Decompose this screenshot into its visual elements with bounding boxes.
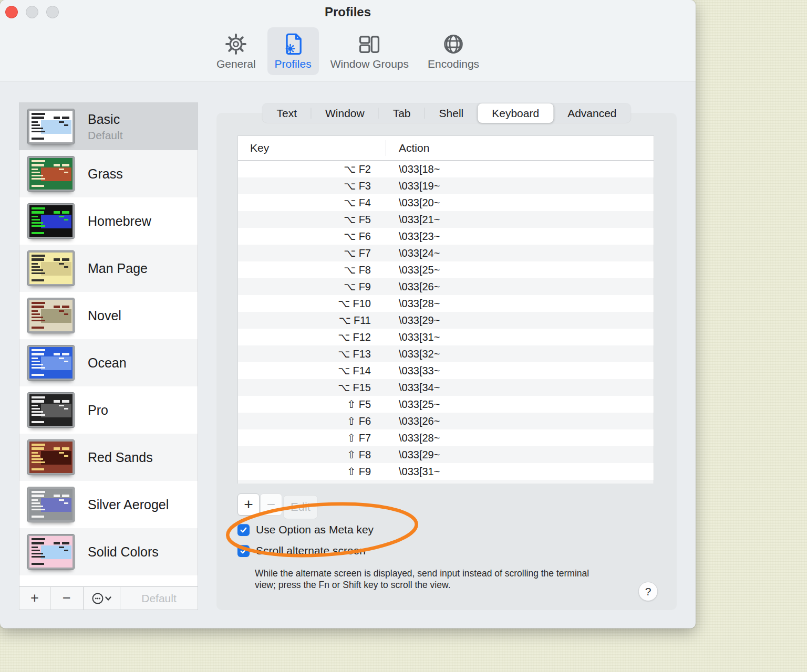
- table-row[interactable]: ⌥ F3\033[19~: [238, 177, 654, 194]
- table-row[interactable]: ⇧ F7\033[28~: [238, 429, 654, 446]
- table-row[interactable]: ⌥ F9\033[26~: [238, 278, 654, 295]
- remove-profile-button[interactable]: −: [50, 587, 84, 610]
- action-cell: \033[28~: [399, 298, 440, 310]
- table-row[interactable]: ⌥ F15\033[34~: [238, 379, 654, 396]
- tab-keyboard[interactable]: Keyboard: [478, 103, 553, 123]
- toolbar-item-general[interactable]: General: [209, 27, 263, 75]
- profile-row-novel[interactable]: Novel: [19, 292, 198, 339]
- profile-name: Pro: [88, 403, 108, 418]
- action-cell: \033[19~: [399, 180, 440, 192]
- add-profile-button[interactable]: +: [19, 587, 50, 610]
- toolbar-item-encodings[interactable]: Encodings: [420, 27, 487, 75]
- action-cell: \033[18~: [399, 163, 440, 175]
- use-option-as-meta-checkbox[interactable]: [237, 524, 250, 536]
- profile-name: Solid Colors: [88, 544, 159, 560]
- table-row[interactable]: ⌥ F2\033[18~: [238, 161, 654, 177]
- action-cell: \033[29~: [399, 449, 440, 461]
- table-row[interactable]: ⇧ F6\033[26~: [238, 413, 654, 429]
- globe-icon: [441, 32, 466, 57]
- action-cell: \033[31~: [399, 331, 440, 343]
- profile-row-man-page[interactable]: Man Page: [19, 245, 198, 292]
- gear-icon: [223, 32, 249, 57]
- profile-tabbar: Text Window Tab Shell Keyboard Advanced: [262, 103, 630, 123]
- table-body: ⌥ F2\033[18~ ⌥ F3\033[19~ ⌥ F4\033[20~ ⌥…: [238, 161, 654, 484]
- profile-thumbnail: [28, 440, 74, 475]
- profile-name: Man Page: [88, 261, 148, 276]
- column-divider[interactable]: [386, 140, 386, 156]
- action-column-header[interactable]: Action: [399, 142, 429, 154]
- profile-name: Ocean: [88, 355, 127, 371]
- table-row[interactable]: ⇧ F5\033[25~: [238, 396, 654, 413]
- profile-row-pro[interactable]: Pro: [19, 386, 198, 434]
- toolbar-item-window-groups[interactable]: Window Groups: [323, 27, 416, 75]
- table-row[interactable]: ⌥ F10\033[28~: [238, 295, 654, 312]
- scroll-alternate-screen-checkbox[interactable]: [237, 545, 250, 557]
- key-column-header[interactable]: Key: [238, 142, 269, 154]
- table-row[interactable]: ⌥ F12\033[31~: [238, 329, 654, 345]
- profile-name: Basic: [88, 112, 123, 127]
- profile-row-red-sands[interactable]: Red Sands: [19, 434, 198, 481]
- key-cell: ⌥ F6: [238, 230, 371, 243]
- action-cell: \033[23~: [399, 230, 440, 243]
- scroll-alternate-checkbox-row: Scroll alternate screen: [237, 544, 366, 557]
- key-cell: ⌥ F8: [238, 264, 371, 276]
- key-cell: ⇧ F7: [238, 432, 371, 444]
- action-cell: \033[26~: [399, 281, 440, 293]
- profile-row-basic[interactable]: Basic Default: [19, 103, 198, 150]
- remove-key-button[interactable]: −: [260, 494, 282, 516]
- key-cell: ⇧ F8: [238, 448, 371, 461]
- profile-thumbnail: [28, 156, 74, 191]
- toolbar-label: Encodings: [428, 58, 479, 70]
- action-cell: \033[21~: [399, 214, 440, 226]
- key-cell: ⌥ F9: [238, 280, 371, 293]
- profile-row-homebrew[interactable]: Homebrew: [19, 197, 198, 245]
- key-cell: ⌥ F5: [238, 213, 371, 226]
- set-default-button[interactable]: Default: [120, 587, 198, 610]
- checkbox-label: Scroll alternate screen: [256, 544, 366, 557]
- table-row[interactable]: ⌥ F13\033[32~: [238, 345, 654, 362]
- table-row[interactable]: ⇧ F8\033[29~: [238, 446, 654, 463]
- profile-actions-menu-button[interactable]: [84, 587, 120, 610]
- key-cell: ⌥ F10: [238, 297, 371, 310]
- profile-thumbnail: [28, 534, 74, 569]
- window-chrome: Profiles General: [0, 0, 696, 81]
- profile-row-grass[interactable]: Grass: [19, 150, 198, 197]
- profile-thumbnail: [28, 204, 74, 238]
- table-row[interactable]: ⌥ F11\033[29~: [238, 312, 654, 329]
- key-cell: ⌥ F15: [238, 381, 371, 394]
- table-row[interactable]: ⌥ F7\033[24~: [238, 245, 654, 261]
- tab-window[interactable]: Window: [311, 103, 379, 123]
- key-cell: ⇧ F5: [238, 398, 371, 411]
- profile-thumbnail: [28, 109, 74, 144]
- tab-shell[interactable]: Shell: [425, 103, 478, 123]
- toolbar-item-profiles[interactable]: Profiles: [267, 27, 319, 75]
- edit-key-button[interactable]: Edit: [283, 495, 318, 519]
- tab-tab[interactable]: Tab: [379, 103, 425, 123]
- tab-text[interactable]: Text: [262, 103, 311, 123]
- profile-sidebar: Basic Default Grass Homebrew Man Page No…: [19, 102, 198, 610]
- action-cell: \033[32~: [399, 348, 440, 360]
- table-row[interactable]: ⌥ F8\033[25~: [238, 261, 654, 278]
- action-cell: \033[25~: [399, 264, 440, 276]
- profile-thumbnail: [28, 393, 74, 427]
- table-row[interactable]: ⇧ F9\033[31~: [238, 463, 654, 480]
- table-row[interactable]: ⌥ F6\033[23~: [238, 228, 654, 245]
- key-cell: ⌥ F3: [238, 180, 371, 192]
- help-button[interactable]: ?: [638, 582, 658, 601]
- profile-row-silver-aerogel[interactable]: Silver Aerogel: [19, 481, 198, 528]
- toolbar-label: Window Groups: [330, 58, 409, 70]
- profile-thumbnail: [28, 487, 74, 522]
- profile-row-ocean[interactable]: Ocean: [19, 339, 198, 386]
- add-key-button[interactable]: +: [237, 494, 260, 516]
- action-cell: \033[28~: [399, 432, 440, 444]
- action-cell: \033[20~: [399, 197, 440, 209]
- profile-row-solid-colors[interactable]: Solid Colors: [19, 528, 198, 575]
- table-row[interactable]: ⌥ F4\033[20~: [238, 194, 654, 211]
- titlebar: Profiles: [0, 0, 696, 25]
- tab-advanced[interactable]: Advanced: [553, 103, 630, 123]
- profile-name: Homebrew: [88, 214, 151, 229]
- table-row[interactable]: ⌥ F5\033[21~: [238, 211, 654, 228]
- partial-row: [238, 480, 654, 484]
- key-cell: ⌥ F7: [238, 247, 371, 259]
- table-row[interactable]: ⌥ F14\033[33~: [238, 362, 654, 379]
